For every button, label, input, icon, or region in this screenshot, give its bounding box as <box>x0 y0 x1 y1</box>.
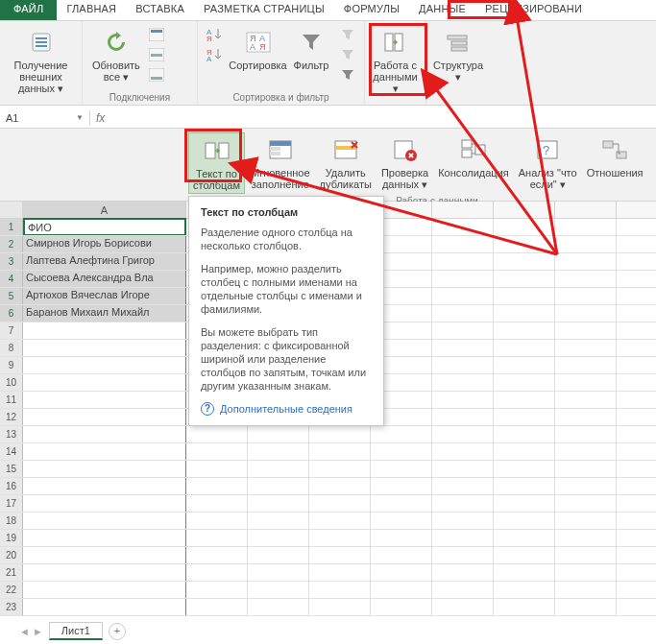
cell[interactable] <box>555 374 617 391</box>
row-header-18[interactable]: 18 <box>0 513 23 529</box>
cell[interactable] <box>432 599 494 615</box>
cell[interactable] <box>432 236 494 252</box>
row-header-21[interactable]: 21 <box>0 564 23 581</box>
cell[interactable] <box>371 599 432 615</box>
properties-button[interactable] <box>146 45 167 64</box>
cell[interactable] <box>494 478 555 494</box>
tab-data[interactable]: ДАННЫЕ <box>409 0 475 20</box>
cell[interactable] <box>555 547 617 563</box>
cell-a13[interactable] <box>23 426 186 442</box>
cell[interactable] <box>555 219 617 235</box>
connections-button[interactable] <box>146 25 167 44</box>
row-header-13[interactable]: 13 <box>0 426 23 442</box>
tab-home[interactable]: ГЛАВНАЯ <box>57 0 126 20</box>
cell[interactable] <box>186 547 248 563</box>
cell[interactable] <box>494 392 555 408</box>
sheet-add-button[interactable]: + <box>109 623 126 640</box>
cell[interactable] <box>555 582 617 598</box>
cell[interactable] <box>309 582 371 598</box>
cell[interactable] <box>371 547 432 563</box>
cell[interactable] <box>555 599 617 615</box>
cell[interactable] <box>555 530 617 546</box>
cell[interactable] <box>186 495 248 512</box>
cell[interactable] <box>432 271 494 287</box>
cell[interactable] <box>186 582 248 598</box>
sheet-nav[interactable]: ◄ ► <box>19 626 43 637</box>
cell[interactable] <box>432 564 494 581</box>
consolidate-button[interactable]: Консолидация <box>434 132 513 180</box>
cell-a6[interactable]: Баранов Михаил Михайл <box>23 305 186 322</box>
row-header-14[interactable]: 14 <box>0 443 23 460</box>
column-header-a[interactable]: A <box>23 202 186 218</box>
cell[interactable] <box>371 513 432 529</box>
cell-a3[interactable]: Лаптева Алефтина Григор <box>23 253 186 270</box>
clear-filter-button[interactable] <box>337 25 358 44</box>
cell[interactable] <box>432 530 494 546</box>
cell[interactable] <box>432 340 494 356</box>
cell[interactable] <box>371 443 432 460</box>
cell[interactable] <box>555 305 617 322</box>
cell-a4[interactable]: Сысоева Александра Вла <box>23 271 186 287</box>
cell[interactable] <box>248 478 309 494</box>
cell[interactable] <box>371 461 432 477</box>
cell[interactable] <box>494 271 555 287</box>
cell[interactable] <box>309 426 371 442</box>
cell[interactable] <box>309 495 371 512</box>
cell[interactable] <box>186 599 248 615</box>
cell[interactable] <box>494 599 555 615</box>
cell[interactable] <box>494 236 555 252</box>
sort-asc-button[interactable]: AЯ <box>204 25 225 44</box>
cell[interactable] <box>432 582 494 598</box>
cell[interactable] <box>186 513 248 529</box>
cell[interactable] <box>494 495 555 512</box>
row-header-19[interactable]: 19 <box>0 530 23 546</box>
cell-a7[interactable] <box>23 322 186 339</box>
cell[interactable] <box>248 461 309 477</box>
cell[interactable] <box>555 478 617 494</box>
cell[interactable] <box>432 409 494 425</box>
text-to-columns-button[interactable]: Текст по столбцам <box>188 132 245 194</box>
cell-a10[interactable] <box>23 374 186 391</box>
row-header-10[interactable]: 10 <box>0 374 23 391</box>
cell[interactable] <box>555 443 617 460</box>
cell[interactable] <box>555 409 617 425</box>
cell[interactable] <box>248 530 309 546</box>
cell[interactable] <box>309 530 371 546</box>
cell[interactable] <box>248 513 309 529</box>
cell[interactable] <box>555 288 617 304</box>
refresh-all-button[interactable]: Обновить все ▾ <box>88 25 144 84</box>
cell[interactable] <box>371 478 432 494</box>
sort-desc-button[interactable]: ЯA <box>204 45 225 64</box>
cell-a20[interactable] <box>23 547 186 563</box>
cell[interactable] <box>494 513 555 529</box>
row-header-11[interactable]: 11 <box>0 392 23 408</box>
cell[interactable] <box>494 409 555 425</box>
cell[interactable] <box>432 322 494 339</box>
cell[interactable] <box>432 253 494 270</box>
cell[interactable] <box>432 392 494 408</box>
outline-button[interactable]: Структура ▾ <box>432 25 484 84</box>
cell[interactable] <box>494 461 555 477</box>
cell-a9[interactable] <box>23 357 186 373</box>
cell[interactable] <box>248 547 309 563</box>
edit-links-button[interactable] <box>146 65 167 84</box>
cell[interactable] <box>248 495 309 512</box>
cell[interactable] <box>371 495 432 512</box>
cell[interactable] <box>494 357 555 373</box>
cell[interactable] <box>309 564 371 581</box>
data-validation-button[interactable]: Проверка данных ▾ <box>377 132 432 192</box>
row-header-20[interactable]: 20 <box>0 547 23 563</box>
cell[interactable] <box>555 513 617 529</box>
cell[interactable] <box>248 582 309 598</box>
remove-duplicates-button[interactable]: Удалить дубликаты <box>316 132 376 192</box>
cell[interactable] <box>494 253 555 270</box>
row-header-16[interactable]: 16 <box>0 478 23 494</box>
tab-review[interactable]: РЕЦЕНЗИРОВАНИ <box>475 0 592 20</box>
name-box[interactable]: A1 ▼ <box>0 110 90 126</box>
cell[interactable] <box>494 582 555 598</box>
cell[interactable] <box>494 288 555 304</box>
fx-icon[interactable]: fx <box>90 111 110 125</box>
cell[interactable] <box>432 478 494 494</box>
cell[interactable] <box>432 547 494 563</box>
row-header-8[interactable]: 8 <box>0 340 23 356</box>
